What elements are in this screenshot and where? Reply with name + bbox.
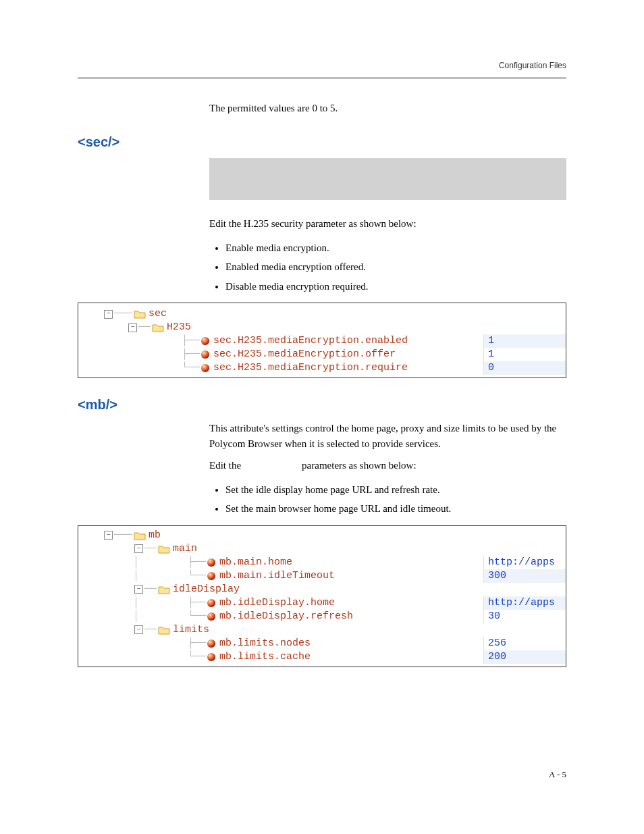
tree-attr-val: 0 [483, 361, 566, 375]
attr-icon [201, 350, 209, 359]
list-item: Set the main browser home page URL and i… [225, 499, 566, 519]
tree-attr-key: sec.H235.mediaEncryption.require [213, 361, 483, 375]
mb-tree-panel: −───mb −──main │ ├──mb.main.homehttp://a… [78, 525, 566, 667]
folder-icon [158, 585, 170, 594]
attr-icon [207, 613, 215, 621]
tree-attr-key: mb.limits.nodes [219, 637, 483, 650]
list-item: Enable media encryption. [225, 238, 566, 258]
tree-attr-val: http://apps [483, 596, 566, 610]
gray-placeholder [209, 158, 566, 200]
intro-text: The permitted values are 0 to 5. [209, 101, 566, 115]
tree-attr-val: 200 [483, 650, 566, 664]
folder-icon [158, 625, 170, 635]
folder-icon [152, 323, 164, 332]
tree-attr-key: mb.idleDisplay.home [219, 596, 483, 610]
sec-tree-panel: −───sec −──H235 ├──sec.H235.mediaEncrypt… [78, 303, 566, 378]
tree-attr-val: 300 [483, 569, 566, 583]
tree-node-label: main [173, 542, 483, 556]
collapse-icon[interactable]: − [134, 585, 143, 594]
attr-icon [207, 640, 215, 648]
collapse-icon[interactable]: − [104, 310, 113, 319]
list-item: Disable media encryption required. [225, 277, 566, 296]
folder-icon [158, 544, 170, 554]
tree-attr-val: 30 [483, 610, 566, 623]
tree-attr-val: 256 [483, 637, 566, 650]
tree-attr-key: mb.main.home [219, 556, 483, 569]
mb-edit-text: Edit the parameters as shown below: [209, 458, 566, 473]
tree-attr-val: 1 [483, 334, 566, 348]
attr-icon [207, 653, 215, 661]
collapse-icon[interactable]: − [128, 323, 137, 332]
collapse-icon[interactable]: − [134, 544, 143, 553]
tree-node-label: mb [149, 529, 483, 542]
tree-attr-val: http://apps [483, 556, 566, 569]
section-heading-sec: <sec/> [78, 134, 566, 150]
tree-attr-key: sec.H235.mediaEncryption.offer [213, 348, 483, 361]
tree-attr-key: mb.limits.cache [219, 650, 483, 664]
list-item: Set the idle display home page URL and r… [225, 480, 566, 500]
list-item: Enabled media encryption offered. [225, 257, 566, 277]
attr-icon [201, 364, 209, 372]
collapse-icon[interactable]: − [104, 531, 113, 540]
collapse-icon[interactable]: − [134, 625, 143, 634]
tree-attr-key: mb.main.idleTimeout [219, 569, 483, 583]
mb-bullet-list: Set the idle display home page URL and r… [209, 480, 566, 519]
tree-attr-val: 1 [483, 348, 566, 361]
tree-node-label: H235 [167, 321, 483, 334]
mb-para1: This attribute's settings control the ho… [209, 421, 566, 451]
header-label: Configuration Files [499, 61, 566, 70]
folder-icon [134, 531, 146, 540]
section-heading-mb: <mb/> [78, 397, 566, 413]
header-rule [78, 78, 566, 78]
attr-icon [207, 599, 215, 607]
sec-bullet-list: Enable media encryption. Enabled media e… [209, 238, 566, 296]
attr-icon [207, 558, 215, 567]
page-number: A - 5 [549, 769, 566, 780]
tree-attr-key: mb.idleDisplay.refresh [219, 610, 483, 623]
attr-icon [207, 572, 215, 580]
tree-node-label: limits [173, 623, 483, 637]
sec-edit-text: Edit the H.235 security parameter as sho… [209, 216, 566, 232]
tree-attr-key: sec.H235.mediaEncryption.enabled [213, 334, 483, 348]
tree-node-label: idleDisplay [173, 583, 483, 596]
folder-icon [134, 309, 146, 319]
tree-node-label: sec [149, 307, 483, 321]
attr-icon [201, 337, 209, 345]
